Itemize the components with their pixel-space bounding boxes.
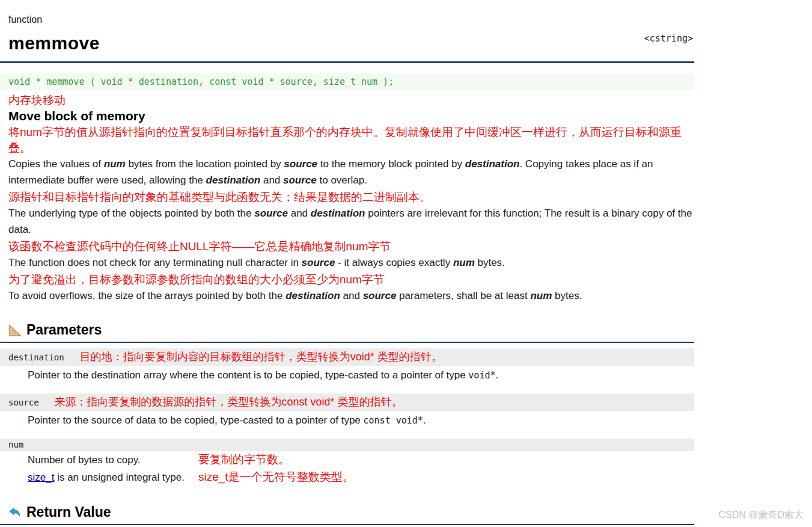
- param-description: Pointer to the source of data to be copi…: [0, 412, 694, 429]
- param-name: destination: [8, 353, 64, 362]
- function-kicker: function: [0, 14, 694, 25]
- zh-annotation: 源指针和目标指针指向的对象的基础类型与此函数无关；结果是数据的二进制副本。: [8, 190, 694, 205]
- param-name: source: [8, 398, 39, 407]
- section-divider: [0, 342, 694, 343]
- section-title: Parameters: [26, 322, 102, 338]
- return-value-section-header: Return Value: [0, 504, 694, 520]
- zh-annotation: 来源：指向要复制的数据源的指针，类型转换为const void* 类型的指针。: [55, 395, 403, 409]
- param-row-num: num: [0, 439, 694, 451]
- param-description-line: Number of bytes to copy. 要复制的字节数。: [0, 451, 694, 469]
- zh-annotation: 该函数不检查源代码中的任何终止NULL字符——它总是精确地复制num字节: [8, 239, 694, 254]
- csdn-watermark: CSDN @蒙奇D索大: [718, 509, 804, 522]
- title-divider: [0, 61, 694, 63]
- en-description: The function does not check for any term…: [8, 254, 694, 271]
- zh-annotation: 将num字节的值从源指针指向的位置复制到目标指针直系那个的内存块中。复制就像使用…: [8, 125, 694, 156]
- en-description: Copies the values of num bytes from the …: [8, 156, 694, 188]
- doc-page: function memmove <cstring> void * memmov…: [0, 0, 694, 527]
- section-title: Return Value: [26, 504, 111, 520]
- set-square-icon: [8, 324, 22, 337]
- param-description: Pointer to the destination array where t…: [0, 367, 694, 384]
- description-paragraph: 为了避免溢出，目标参数和源参数所指向的数组的大小必须至少为num字节 To av…: [0, 272, 694, 304]
- en-summary-title: Move block of memory: [0, 108, 694, 123]
- page-title: memmove: [0, 33, 694, 54]
- include-header-label: <cstring>: [644, 33, 693, 44]
- zh-annotation: 为了避免溢出，目标参数和源参数所指向的数组的大小必须至少为num字节: [8, 272, 694, 288]
- size-t-link[interactable]: size_t: [28, 472, 54, 483]
- zh-annotation: size_t是一个无符号整数类型。: [198, 469, 354, 485]
- return-arrow-icon: [8, 506, 22, 519]
- param-row-destination: destination 目的地：指向要复制内容的目标数组的指针，类型转换为voi…: [0, 348, 694, 366]
- zh-annotation: 目的地：指向要复制内容的目标数组的指针，类型转换为void* 类型的指针。: [80, 350, 442, 364]
- zh-annotation: 要复制的字节数。: [198, 451, 290, 468]
- function-declaration: void * memmove ( void * destination, con…: [0, 73, 694, 90]
- description-paragraph: 该函数不检查源代码中的任何终止NULL字符——它总是精确地复制num字节 The…: [0, 239, 694, 271]
- param-description-line: size_t is an unsigned integral type. siz…: [0, 469, 694, 486]
- section-divider: [0, 524, 694, 525]
- zh-summary-title: 内存块移动: [0, 93, 694, 108]
- param-name: num: [8, 440, 23, 449]
- description-paragraph: 将num字节的值从源指针指向的位置复制到目标指针直系那个的内存块中。复制就像使用…: [0, 125, 694, 188]
- en-description: size_t is an unsigned integral type.: [28, 469, 198, 486]
- description-paragraph: 源指针和目标指针指向的对象的基础类型与此函数无关；结果是数据的二进制副本。 Th…: [0, 190, 694, 238]
- parameters-section-header: Parameters: [0, 322, 694, 338]
- en-description: Number of bytes to copy.: [28, 452, 198, 469]
- en-description: To avoid overflows, the size of the arra…: [8, 288, 694, 304]
- param-row-source: source 来源：指向要复制的数据源的指针，类型转换为const void* …: [0, 393, 694, 411]
- en-description: The underlying type of the objects point…: [8, 205, 694, 238]
